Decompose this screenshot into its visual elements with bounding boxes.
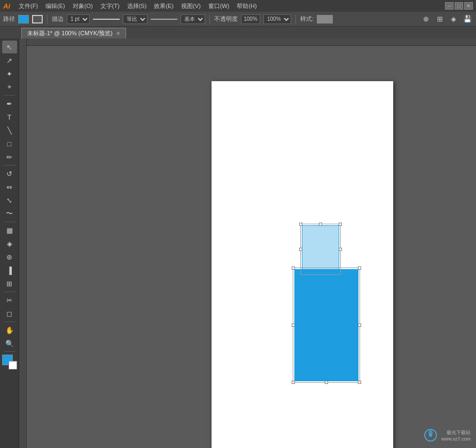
lower-rectangle[interactable]	[294, 269, 358, 381]
horizontal-ruler	[19, 38, 476, 46]
style-label: 样式:	[300, 15, 314, 23]
pen-tool[interactable]: ✒	[2, 97, 17, 110]
tab-bar: 未标题-1* @ 100% (CMYK/预览) ✕	[0, 27, 476, 38]
menu-help[interactable]: 帮助(H)	[233, 1, 260, 11]
arrange-button[interactable]: ⊕	[420, 14, 431, 24]
menu-object[interactable]: 对象(O)	[69, 1, 96, 11]
tool-separator-3	[4, 222, 15, 222]
line-end-dropdown[interactable]: 基本	[181, 14, 205, 24]
symbol-spray-tool[interactable]: ⊛	[2, 250, 17, 263]
upper-rectangle[interactable]	[302, 225, 339, 273]
watermark-logo-icon	[423, 428, 438, 443]
document-tab[interactable]: 未标题-1* @ 100% (CMYK/预览) ✕	[21, 28, 126, 38]
align-button[interactable]: ⊞	[434, 14, 445, 24]
menu-select[interactable]: 选择(S)	[124, 1, 150, 11]
slice-tool[interactable]: ✂	[2, 294, 17, 306]
window-controls: ─ □ ✕	[445, 2, 473, 10]
mirror-tool[interactable]: ⇔	[2, 180, 17, 193]
line-style-dropdown[interactable]: 等比	[123, 14, 147, 24]
main-layout: ↖ ↗ ✦ ⌖ ✒ T ╲ □ ✏ ↺ ⇔ ⤡ 〜 ▦ ◈ ⊛ ▐ ⊞ ✂ ◻ …	[0, 38, 476, 448]
options-bar: 路径 描边 1 pt 等比 基本 不透明度 100% 样式: ⊕ ⊞ ◈ 💾	[0, 12, 476, 27]
column-graph-tool[interactable]: ▐	[2, 264, 17, 277]
tool-separator-1	[4, 95, 15, 96]
magic-wand-tool[interactable]: ✦	[2, 67, 17, 80]
tool-separator-5	[4, 321, 15, 322]
stroke-weight-dropdown[interactable]: 1 pt	[67, 14, 90, 24]
separator-1	[47, 14, 48, 24]
menu-view[interactable]: 视图(V)	[178, 1, 204, 11]
tool-separator-6	[4, 351, 15, 352]
menu-file[interactable]: 文件(F)	[15, 1, 41, 11]
line-end-preview	[151, 19, 177, 20]
watermark: 极光下载站 www.xz7.com	[423, 428, 471, 443]
app-logo: Ai	[3, 2, 10, 10]
selection-tool[interactable]: ↖	[2, 41, 17, 53]
save-button[interactable]: 💾	[462, 14, 473, 24]
minimize-button[interactable]: ─	[445, 2, 454, 10]
tool-separator-2	[4, 165, 15, 166]
gradient-tool[interactable]: ▦	[2, 224, 17, 237]
menu-window[interactable]: 窗口(W)	[205, 1, 233, 11]
artboard-tool[interactable]: ⊞	[2, 277, 17, 290]
menu-effect[interactable]: 效果(E)	[151, 1, 177, 11]
stroke-color-indicator[interactable]	[9, 361, 17, 370]
pencil-tool[interactable]: ✏	[2, 151, 17, 163]
lasso-tool[interactable]: ⌖	[2, 81, 17, 93]
close-button[interactable]: ✕	[464, 2, 473, 10]
path-label: 路径	[3, 15, 15, 23]
watermark-site-name: 极光下载站	[441, 429, 471, 436]
rectangle-tool[interactable]: □	[2, 137, 17, 150]
watermark-url: www.xz7.com	[441, 436, 471, 442]
warp-tool[interactable]: 〜	[2, 207, 17, 220]
shape-container	[294, 225, 358, 386]
menu-edit[interactable]: 编辑(E)	[42, 1, 68, 11]
tool-separator-4	[4, 292, 15, 292]
rotate-tool[interactable]: ↺	[2, 167, 17, 180]
direct-selection-tool[interactable]: ↗	[2, 54, 17, 67]
transform-button[interactable]: ◈	[448, 14, 459, 24]
fill-stroke-colors[interactable]	[2, 355, 17, 370]
blend-tool[interactable]: ◈	[2, 237, 17, 250]
opacity-dropdown[interactable]: 100%	[263, 14, 291, 24]
stroke-color-box[interactable]	[32, 15, 43, 23]
opacity-label: 不透明度	[214, 15, 238, 23]
eraser-tool[interactable]: ◻	[2, 307, 17, 320]
vertical-ruler	[19, 38, 27, 448]
line-tool[interactable]: ╲	[2, 124, 17, 137]
line-preview	[93, 19, 120, 20]
stroke-label: 描边	[52, 15, 64, 23]
hand-tool[interactable]: ✋	[2, 324, 17, 336]
menu-type[interactable]: 文字(T)	[97, 1, 123, 11]
opacity-input[interactable]	[241, 14, 260, 24]
style-preview[interactable]	[317, 15, 333, 23]
scale-tool[interactable]: ⤡	[2, 194, 17, 207]
svg-point-1	[429, 434, 432, 437]
tab-close-button[interactable]: ✕	[116, 30, 120, 36]
maximize-button[interactable]: □	[455, 2, 463, 10]
separator-3	[295, 14, 296, 24]
zoom-tool[interactable]: 🔍	[2, 337, 17, 350]
tab-label: 未标题-1* @ 100% (CMYK/预览)	[27, 29, 113, 37]
fill-color-box[interactable]	[18, 15, 29, 23]
menu-bar: 文件(F) 编辑(E) 对象(O) 文字(T) 选择(S) 效果(E) 视图(V…	[15, 1, 260, 11]
title-bar: Ai 文件(F) 编辑(E) 对象(O) 文字(T) 选择(S) 效果(E) 视…	[0, 0, 476, 12]
artboard[interactable]	[212, 81, 393, 448]
separator-2	[209, 14, 210, 24]
type-tool[interactable]: T	[2, 111, 17, 123]
toolbar: ↖ ↗ ✦ ⌖ ✒ T ╲ □ ✏ ↺ ⇔ ⤡ 〜 ▦ ◈ ⊛ ▐ ⊞ ✂ ◻ …	[0, 38, 19, 448]
canvas-area[interactable]: 极光下载站 www.xz7.com	[19, 38, 476, 448]
